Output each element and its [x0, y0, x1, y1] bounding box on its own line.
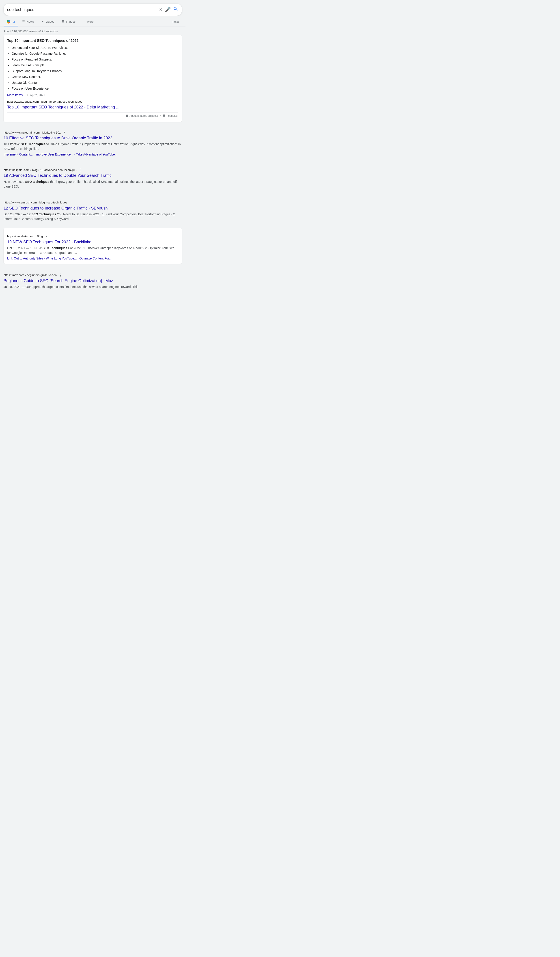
sub-link[interactable]: Write Long YouTube... [46, 257, 77, 260]
featured-snippet-link[interactable]: Top 10 Important SEO Techniques of 2022 … [7, 104, 178, 110]
results-count: About 116,000,000 results (0.91 seconds) [3, 28, 182, 35]
list-item: Create New Content. [12, 74, 178, 79]
result-url: https://neilpatel.com › blog › 10-advanc… [3, 168, 77, 172]
feedback-label: Feedback [166, 114, 178, 117]
result-menu-icon[interactable]: ⋮ [44, 234, 49, 239]
result-source: https://www.godelta.com › blog › importa… [7, 99, 178, 104]
featured-snippet-list: Understand Your Site's Core Web Vitals. … [7, 46, 178, 91]
featured-snippet: Top 10 Important SEO Techniques of 2022 … [3, 35, 182, 122]
images-icon [62, 20, 65, 24]
list-item: Update Old Content. [12, 81, 178, 85]
videos-icon [41, 20, 44, 24]
tab-images-label: Images [66, 20, 76, 23]
result-description: Dec 23, 2020 — 12 SEO Techniques You Nee… [3, 212, 182, 221]
nav-tabs: All News Videos Images ⋮ More Tools [0, 16, 186, 27]
search-result: https://www.semrush.com › blog › seo-tec… [3, 196, 182, 224]
result-url: https://www.semrush.com › blog › seo-tec… [3, 201, 67, 204]
feedback-button[interactable]: Feedback [162, 114, 178, 117]
result-title-link[interactable]: 19 NEW SEO Techniques For 2022 - Backlin… [7, 239, 178, 245]
sub-link-separator: · [44, 257, 46, 260]
result-menu-icon[interactable]: ⋮ [84, 99, 88, 104]
result-source: https://www.singlegrain.com › Marketing … [3, 130, 182, 135]
tab-news-label: News [27, 20, 34, 23]
tab-images[interactable]: Images [58, 17, 79, 27]
result-url: https://backlinko.com › Blog [7, 235, 43, 238]
result-title-link[interactable]: Beginner's Guide to SEO [Search Engine O… [3, 278, 182, 284]
about-featured-snippets-link[interactable]: About featured snippets [125, 114, 158, 117]
result-url: https://www.godelta.com › blog › importa… [7, 100, 82, 103]
news-icon [22, 20, 25, 24]
result-description: Oct 15, 2021 — 19 NEW SEO Techniques For… [7, 246, 178, 255]
search-result: https://moz.com › beginners-guide-to-seo… [3, 268, 182, 292]
result-description: New advanced SEO techniques that'll grow… [3, 180, 182, 189]
clear-icon[interactable]: ✕ [159, 7, 162, 12]
tools-button[interactable]: Tools [169, 18, 182, 26]
result-source: https://moz.com › beginners-guide-to-seo… [3, 273, 182, 278]
result-title-link[interactable]: 19 Advanced SEO Techniques to Double You… [3, 173, 182, 178]
sub-link-separator: · [33, 153, 35, 156]
result-source: https://www.semrush.com › blog › seo-tec… [3, 200, 182, 205]
list-item: Optimize for Google Passage Ranking. [12, 51, 178, 56]
result-title-link[interactable]: 12 SEO Techniques to Increase Organic Tr… [3, 205, 182, 211]
result-menu-icon[interactable]: ⋮ [58, 273, 63, 278]
tab-videos[interactable]: Videos [38, 17, 58, 27]
search-input[interactable]: seo techniques [7, 7, 157, 12]
bullet-separator: • [27, 93, 28, 97]
about-snippets-label: About featured snippets [129, 114, 158, 117]
result-title-link[interactable]: 10 Effective SEO Techniques to Drive Org… [3, 135, 182, 141]
search-result-highlighted: https://backlinko.com › Blog ⋮ 19 NEW SE… [3, 228, 182, 264]
search-result: https://www.singlegrain.com › Marketing … [3, 125, 182, 158]
more-dots-icon: ⋮ [83, 20, 85, 23]
list-item: Focus on Featured Snippets. [12, 57, 178, 62]
featured-snippet-title: Top 10 Important SEO Techniques of 2022 [7, 39, 178, 43]
more-items-link[interactable]: More items... [7, 93, 25, 97]
list-item: Support Long-Tail Keyword Phrases. [12, 69, 178, 74]
sub-links: Implement Content... · Improve User Expe… [3, 153, 182, 156]
sub-link[interactable]: Take Advantage of YouTube... [76, 153, 118, 156]
tab-more-label: More [87, 20, 94, 23]
search-result: https://neilpatel.com › blog › 10-advanc… [3, 163, 182, 191]
result-description: 10 Effective SEO Techniques to Drive Org… [3, 142, 182, 151]
result-menu-icon[interactable]: ⋮ [69, 200, 73, 205]
tab-more[interactable]: ⋮ More [79, 18, 97, 26]
sub-link[interactable]: Optimize Content For... [79, 257, 112, 260]
results-area: About 116,000,000 results (0.91 seconds)… [0, 27, 186, 298]
tab-news[interactable]: News [19, 17, 37, 27]
search-submit-icon[interactable] [173, 6, 178, 13]
sub-link[interactable]: Link Out to Authority Sites [7, 257, 43, 260]
dot-separator: • [160, 114, 161, 117]
result-url: https://www.singlegrain.com › Marketing … [3, 131, 61, 134]
list-item: Learn the EAT Principle. [12, 63, 178, 68]
snippet-feedback-row: About featured snippets • Feedback [7, 112, 178, 118]
result-source: https://backlinko.com › Blog ⋮ [7, 234, 178, 239]
mic-icon[interactable]: 🎤 [165, 7, 171, 13]
sub-link-separator: · [74, 153, 76, 156]
result-source: https://neilpatel.com › blog › 10-advanc… [3, 167, 182, 172]
search-bar: seo techniques ✕ 🎤 [3, 3, 182, 16]
list-item: Focus on User Experience. [12, 86, 178, 91]
result-menu-icon[interactable]: ⋮ [63, 130, 66, 135]
sub-link[interactable]: Improve User Experience... [35, 153, 74, 156]
more-items-date: Apr 2, 2021 [30, 93, 45, 97]
result-url: https://moz.com › beginners-guide-to-seo [3, 273, 57, 277]
result-description: Jul 28, 2021 — Our approach targets user… [3, 284, 182, 289]
sub-link[interactable]: Implement Content... [3, 153, 33, 156]
sub-links: Link Out to Authority Sites · Write Long… [7, 257, 178, 260]
result-menu-icon[interactable]: ⋮ [79, 167, 83, 172]
tab-all[interactable]: All [3, 18, 18, 27]
all-icon [7, 20, 10, 24]
tab-videos-label: Videos [46, 20, 54, 23]
tab-all-label: All [12, 20, 15, 23]
list-item: Understand Your Site's Core Web Vitals. [12, 46, 178, 50]
